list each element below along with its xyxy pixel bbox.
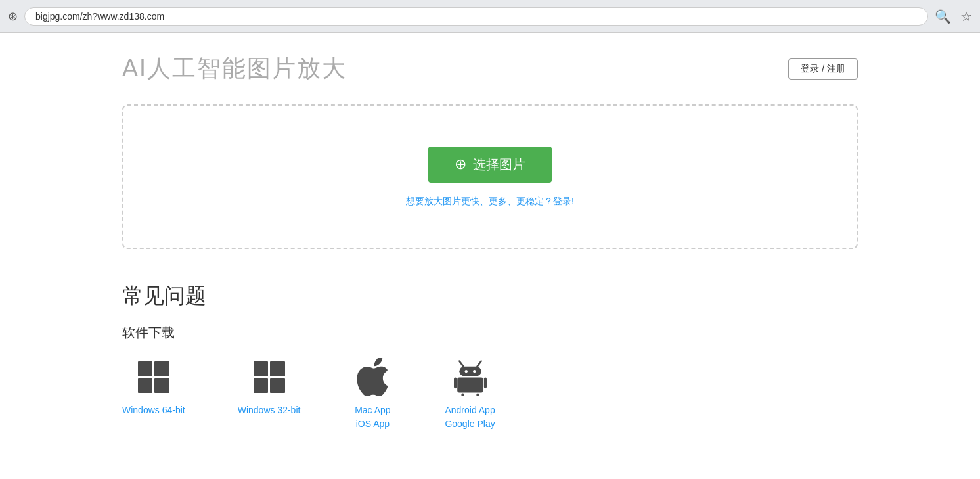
download-item-android[interactable]: Android App Google Play bbox=[445, 357, 495, 431]
downloads-grid: Windows 64-bit Windows 32-bit bbox=[122, 357, 858, 431]
svg-line-0 bbox=[459, 361, 463, 367]
svg-rect-6 bbox=[454, 378, 457, 389]
browser-controls: ⊛ bbox=[8, 9, 18, 24]
svg-point-3 bbox=[464, 370, 467, 373]
upload-hint: 想要放大图片更快、更多、更稳定？登录! bbox=[406, 196, 574, 208]
upload-hint-text: 想要放大图片更快、更多、更稳定？登录! bbox=[406, 196, 574, 206]
downloads-title: 软件下载 bbox=[122, 324, 858, 342]
svg-rect-9 bbox=[476, 393, 479, 396]
download-item-win64[interactable]: Windows 64-bit bbox=[122, 357, 185, 417]
svg-rect-7 bbox=[483, 378, 486, 389]
download-item-mac[interactable]: Mac App iOS App bbox=[353, 357, 392, 431]
apple-icon bbox=[353, 357, 392, 397]
browser-chrome: ⊛ bigjpg.com/zh?www.zd138.com 🔍 ☆ bbox=[0, 0, 980, 33]
svg-rect-5 bbox=[457, 378, 483, 393]
download-item-win32[interactable]: Windows 32-bit bbox=[238, 357, 301, 417]
faq-title: 常见问题 bbox=[122, 282, 858, 311]
page-content: AI人工智能图片放大 登录 / 注册 ⊕ 选择图片 想要放大图片更快、更多、更稳… bbox=[96, 33, 884, 451]
windows-64-icon bbox=[134, 357, 173, 397]
plus-circle-icon: ⊕ bbox=[455, 156, 466, 173]
login-register-button[interactable]: 登录 / 注册 bbox=[788, 58, 858, 80]
select-image-button[interactable]: ⊕ 选择图片 bbox=[428, 147, 552, 183]
android-robot-icon bbox=[451, 357, 490, 397]
mac-ios-label: Mac App iOS App bbox=[355, 403, 390, 431]
upload-area[interactable]: ⊕ 选择图片 想要放大图片更快、更多、更稳定？登录! bbox=[122, 104, 858, 249]
bookmark-icon[interactable]: ☆ bbox=[960, 9, 972, 24]
svg-rect-8 bbox=[461, 393, 464, 396]
select-image-label: 选择图片 bbox=[473, 156, 525, 173]
svg-rect-2 bbox=[459, 367, 481, 376]
page-title: AI人工智能图片放大 bbox=[122, 53, 347, 85]
win32-label: Windows 32-bit bbox=[238, 403, 301, 417]
page-header: AI人工智能图片放大 登录 / 注册 bbox=[122, 53, 858, 85]
android-google-label: Android App Google Play bbox=[445, 403, 495, 431]
faq-section: 常见问题 软件下载 Windows 64-bit Window bbox=[122, 282, 858, 431]
url-text: bigjpg.com/zh?www.zd138.com bbox=[35, 11, 164, 22]
browser-actions: 🔍 ☆ bbox=[935, 9, 972, 24]
address-bar[interactable]: bigjpg.com/zh?www.zd138.com bbox=[24, 7, 928, 26]
win64-label: Windows 64-bit bbox=[122, 403, 185, 417]
windows-32-icon bbox=[250, 357, 289, 397]
svg-point-4 bbox=[473, 370, 476, 373]
search-icon[interactable]: 🔍 bbox=[935, 9, 951, 24]
site-settings-icon[interactable]: ⊛ bbox=[8, 9, 18, 24]
svg-line-1 bbox=[477, 361, 481, 367]
